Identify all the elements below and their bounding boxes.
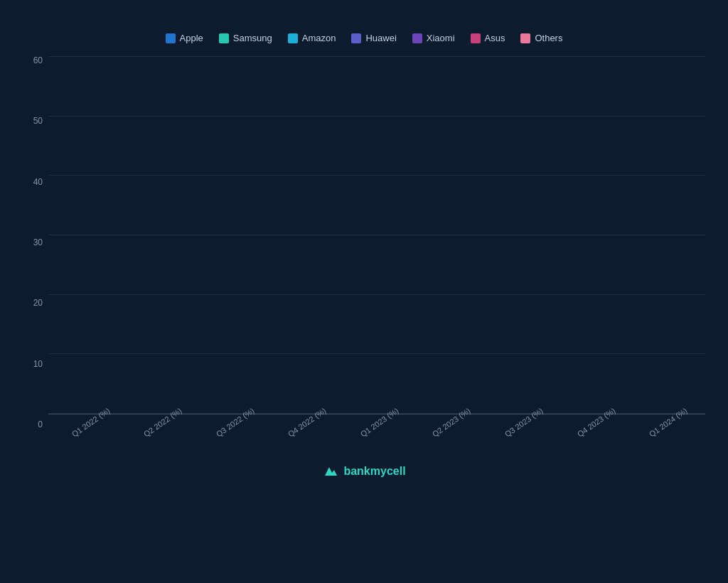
x-label-group: Q3 2022 (%) (198, 414, 267, 454)
legend-item-xiaomi: Xiaomi (412, 33, 455, 43)
y-label: 50 (33, 117, 43, 125)
brand-name: bankmycell (343, 465, 405, 478)
legend-label: Xiaomi (427, 33, 455, 43)
x-label-group: Q2 2022 (%) (127, 414, 195, 454)
legend-color (520, 33, 530, 43)
legend-color (351, 33, 361, 43)
y-label: 10 (33, 360, 43, 368)
legend-label: Huawei (365, 33, 396, 43)
footer: bankmycell (322, 463, 405, 480)
legend-label: Amazon (302, 33, 336, 43)
x-label-group: Q1 2024 (%) (632, 414, 700, 454)
legend-color (166, 33, 176, 43)
x-label-group: Q4 2023 (%) (560, 414, 628, 454)
legend: Apple Samsung Amazon Huawei Xiaomi Asus … (166, 33, 563, 43)
legend-label: Asus (485, 33, 505, 43)
chart-area: 6050403020100 Q1 2022 (%)Q2 2022 (%)Q3 2… (23, 56, 705, 454)
x-label-group: Q3 2023 (%) (487, 414, 555, 454)
y-label: 40 (33, 178, 43, 186)
legend-item-samsung: Samsung (219, 33, 272, 43)
brand-icon (322, 463, 339, 480)
bars-row (48, 56, 705, 414)
x-label-group: Q4 2022 (%) (271, 414, 339, 454)
y-label: 0 (38, 420, 43, 429)
legend-label: Apple (180, 33, 203, 43)
legend-label: Samsung (233, 33, 272, 43)
legend-item-amazon: Amazon (288, 33, 336, 43)
legend-color (412, 33, 422, 43)
x-label-group: Q1 2022 (%) (54, 414, 122, 454)
legend-color (288, 33, 298, 43)
chart-body: Q1 2022 (%)Q2 2022 (%)Q3 2022 (%)Q4 2022… (48, 56, 705, 454)
legend-item-others: Others (520, 33, 562, 43)
y-label: 30 (33, 238, 43, 247)
x-labels: Q1 2022 (%)Q2 2022 (%)Q3 2022 (%)Q4 2022… (48, 414, 705, 454)
y-label: 20 (33, 299, 43, 307)
x-label-group: Q2 2023 (%) (415, 414, 483, 454)
legend-item-huawei: Huawei (351, 33, 396, 43)
y-label: 60 (33, 56, 43, 65)
legend-item-asus: Asus (471, 33, 505, 43)
legend-item-apple: Apple (166, 33, 203, 43)
brand-logo: bankmycell (322, 463, 405, 480)
legend-color (471, 33, 481, 43)
x-label-group: Q1 2023 (%) (343, 414, 411, 454)
legend-color (219, 33, 229, 43)
bars-and-grid (48, 56, 705, 414)
legend-label: Others (535, 33, 562, 43)
y-axis: 6050403020100 (23, 56, 48, 454)
